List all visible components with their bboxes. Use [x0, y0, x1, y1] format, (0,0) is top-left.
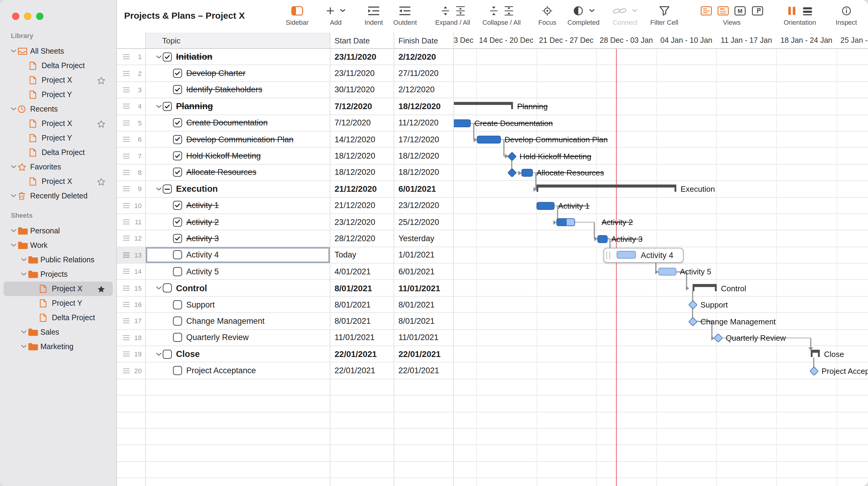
row-handle-cell[interactable]: 10: [117, 198, 146, 214]
task-bar[interactable]: [536, 202, 555, 210]
drag-handle-icon[interactable]: [122, 136, 130, 142]
sidebar-item-project-y[interactable]: Project Y: [4, 296, 113, 310]
finish-date-cell[interactable]: 23/12/2020: [394, 198, 454, 214]
favorite-star-icon[interactable]: [97, 285, 105, 293]
row-handle-cell[interactable]: [117, 412, 146, 429]
drag-grip-icon[interactable]: [607, 251, 610, 259]
start-date-cell[interactable]: 18/12/2020: [330, 148, 394, 164]
start-date-cell[interactable]: [330, 379, 394, 396]
row-handle-cell[interactable]: 9: [117, 181, 146, 198]
topic-cell[interactable]: [146, 429, 330, 445]
toolbar-connect[interactable]: Connect: [613, 5, 638, 26]
row-handle-cell[interactable]: 7: [117, 148, 146, 164]
finish-date-cell[interactable]: 25/12/2020: [394, 214, 454, 231]
drag-handle-icon[interactable]: [122, 335, 130, 341]
sidebar-item-public-relations[interactable]: Public Relations: [4, 253, 113, 267]
collapse-icon[interactable]: [489, 6, 499, 16]
topic-cell[interactable]: [146, 396, 330, 412]
checkbox-empty[interactable]: [173, 366, 182, 375]
finish-date-cell[interactable]: 1/01/2021: [394, 247, 454, 264]
task-bar[interactable]: [477, 136, 501, 144]
orient-h-icon[interactable]: [803, 6, 813, 16]
row-handle-cell[interactable]: [117, 445, 146, 462]
checkbox-empty[interactable]: [173, 316, 182, 326]
finish-date-cell[interactable]: 22/01/2021: [394, 346, 454, 363]
topic-cell[interactable]: [146, 412, 330, 429]
checkbox-checked[interactable]: [173, 151, 182, 160]
start-date-cell[interactable]: 30/11/2020: [330, 82, 394, 99]
row-handle-cell[interactable]: 20: [117, 363, 146, 379]
finish-date-cell[interactable]: [394, 429, 454, 445]
chevron-sm-icon[interactable]: [589, 9, 594, 12]
topic-cell[interactable]: Allocate Resources: [146, 164, 330, 181]
view-card-icon[interactable]: [718, 6, 729, 16]
topic-cell[interactable]: [146, 478, 330, 486]
finish-date-cell[interactable]: [394, 445, 454, 462]
close-window-button[interactable]: [12, 13, 19, 20]
view-timeline-icon[interactable]: [751, 6, 763, 16]
checkbox-checked[interactable]: [173, 168, 182, 177]
checkbox-empty[interactable]: [173, 300, 182, 309]
start-date-cell[interactable]: 7/12/2020: [330, 98, 394, 115]
topic-cell[interactable]: [146, 445, 330, 462]
sidebar-item-recents[interactable]: Recents: [4, 102, 113, 116]
start-date-cell[interactable]: 22/01/2021: [330, 363, 394, 379]
focus-icon[interactable]: [542, 6, 552, 16]
chevron-down-icon[interactable]: [20, 273, 28, 276]
finish-date-cell[interactable]: [394, 379, 454, 396]
topic-column-header[interactable]: Topic: [146, 33, 330, 49]
drag-handle-icon[interactable]: [122, 252, 130, 258]
topic-cell[interactable]: Initiation: [146, 49, 330, 65]
start-date-cell[interactable]: 11/01/2021: [330, 330, 394, 346]
disclosure-chevron-icon[interactable]: [154, 55, 163, 59]
view-mindmap-icon[interactable]: M: [735, 6, 746, 16]
sidebar-item-project-y[interactable]: Project Y: [4, 87, 113, 102]
row-handle-cell[interactable]: 3: [117, 82, 146, 99]
finish-date-cell[interactable]: 2/12/2020: [394, 82, 454, 99]
start-date-cell[interactable]: 7/12/2020: [330, 115, 394, 131]
task-bar[interactable]: [521, 169, 533, 177]
row-handle-cell[interactable]: 17: [117, 313, 146, 330]
drag-handle-icon[interactable]: [122, 302, 130, 307]
sidebar-item-favorites[interactable]: Favorites: [4, 160, 113, 174]
sidebar-item-all-sheets[interactable]: All Sheets: [4, 44, 113, 59]
milestone-diamond[interactable]: [688, 300, 697, 310]
toolbar-collapse-all[interactable]: Collapse / All: [482, 5, 521, 26]
start-date-cell[interactable]: 8/01/2021: [330, 280, 394, 297]
start-date-cell[interactable]: 22/01/2021: [330, 346, 394, 363]
drag-handle-icon[interactable]: [122, 70, 130, 76]
row-handle-cell[interactable]: 16: [117, 297, 146, 313]
sidebar-item-projects[interactable]: Projects: [4, 267, 113, 282]
checkbox-checked[interactable]: [173, 69, 182, 78]
completed-icon[interactable]: [572, 6, 584, 16]
sidebar-item-project-x[interactable]: Project X: [4, 174, 113, 189]
start-date-cell[interactable]: [330, 445, 394, 462]
chevron-down-icon[interactable]: [10, 108, 18, 111]
sidebar-item-personal[interactable]: Personal: [4, 224, 113, 238]
topic-cell[interactable]: Project Acceptance: [146, 363, 330, 379]
checkbox-checked[interactable]: [163, 52, 172, 61]
checkbox-checked[interactable]: [173, 234, 182, 243]
row-handle-cell[interactable]: 8: [117, 164, 146, 181]
start-date-cell[interactable]: 23/11/2020: [330, 65, 394, 82]
finish-date-cell[interactable]: 27/11/2020: [394, 65, 454, 82]
checkbox-empty[interactable]: [163, 283, 172, 293]
drag-handle-icon[interactable]: [122, 367, 130, 373]
checkbox-checked[interactable]: [173, 135, 182, 144]
finish-date-column-header[interactable]: Finish Date: [394, 33, 454, 49]
finish-date-cell[interactable]: 6/01/2021: [394, 264, 454, 280]
row-handle-cell[interactable]: 18: [117, 330, 146, 346]
finish-date-cell[interactable]: 18/12/2020: [394, 148, 454, 164]
topic-cell[interactable]: Planning: [146, 98, 330, 115]
sidebar-icon[interactable]: [291, 6, 303, 16]
chevron-down-icon[interactable]: [10, 244, 18, 247]
sidebar-item-sales[interactable]: Sales: [4, 325, 113, 339]
topic-cell[interactable]: Develop Charter: [146, 65, 330, 82]
start-date-cell[interactable]: 21/12/2020: [330, 181, 394, 198]
topic-cell[interactable]: Create Documentation: [146, 115, 330, 131]
row-handle-cell[interactable]: 13: [117, 247, 146, 264]
drag-handle-icon[interactable]: [122, 87, 130, 93]
chevron-sm-icon[interactable]: [632, 9, 638, 12]
toolbar-filter-cell[interactable]: Filter Cell: [650, 5, 678, 26]
row-handle-cell[interactable]: 4: [117, 98, 146, 115]
